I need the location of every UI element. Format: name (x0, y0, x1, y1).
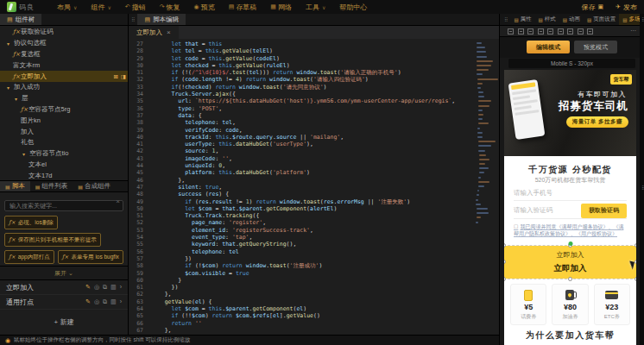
menubar-item-帮助中心[interactable]: 帮助中心 (332, 3, 374, 12)
close-icon[interactable]: × (167, 28, 171, 36)
tree-item[interactable]: ▾ 空容器节点tio (0, 148, 128, 160)
right-tab-属性[interactable]: ▤ 属性 (510, 14, 534, 25)
distribute-v-icon[interactable] (578, 28, 584, 34)
script-row[interactable]: 通用打点 ✎ ◎ ⧉ ▥ › (0, 295, 128, 310)
code-area[interactable]: 27 let that = this 28 let tel = this.get… (129, 39, 499, 335)
expand-button[interactable]: 展开 ⌄ (0, 266, 128, 280)
resize-handle[interactable] (504, 277, 506, 281)
script-chip[interactable]: ƒ× 表单专用 ios bugfix (58, 250, 123, 264)
publish-button[interactable]: ✈ 发布 (616, 3, 637, 12)
align-center-h-icon[interactable] (518, 28, 524, 34)
menubar-item-undo[interactable]: ↶ 撤销 (118, 3, 153, 12)
eye-icon[interactable]: ◎ (94, 284, 99, 291)
menubar-item-redo[interactable]: ↷ 恢复 (153, 3, 187, 12)
delete-icon[interactable]: ▥ (110, 284, 117, 291)
script-chip[interactable]: ƒ× 必现、ios删除 (4, 216, 58, 229)
tab-script-editor[interactable]: ▤ 脚本编辑 (137, 14, 186, 25)
menubar-item-组件[interactable]: 组件 ∨ (84, 3, 117, 12)
checkbox-icon[interactable]: ☐ (514, 224, 518, 229)
tree-item[interactable]: 文本el (0, 160, 128, 171)
distribute-h-icon[interactable] (567, 28, 573, 34)
group-align-icon[interactable] (587, 28, 593, 34)
edit-mode-button[interactable]: 编辑模式 (527, 41, 570, 53)
lock-icon[interactable]: ⊠ (113, 73, 117, 80)
script-chip[interactable]: ƒ× 保存图片到手机相册不兼容提示 (4, 233, 101, 247)
selection-anchor-dot[interactable] (568, 242, 572, 246)
coupon-card[interactable]: ¥80 加油券 (552, 284, 588, 325)
tree-item[interactable]: 礼包 (0, 137, 128, 148)
align-left-icon[interactable] (508, 28, 514, 34)
selected-join-block[interactable]: 立即加入 立即加入 (504, 246, 636, 279)
edit-icon[interactable]: ✎ (85, 284, 91, 291)
copy-icon[interactable]: ⧉ (103, 298, 107, 305)
script-panel-tab-组件列表[interactable]: ▤ 组件列表 (30, 181, 73, 191)
tree-item[interactable]: 图片kn (0, 115, 128, 126)
resize-handle[interactable] (635, 277, 636, 281)
tree-item[interactable]: ƒ× 复选框 (0, 49, 128, 60)
tree-item[interactable]: ƒ× 空容器节点5rg (0, 104, 128, 116)
chevron-right-icon[interactable]: › (120, 298, 122, 305)
tree-item[interactable]: ƒ× 获取验证码 (0, 27, 128, 38)
script-row[interactable]: 立即加入 ✎ ◎ ⧉ ▥ › (0, 280, 128, 295)
align-middle-icon[interactable] (547, 28, 553, 34)
edit-icon[interactable]: ✎ (85, 298, 91, 305)
preview-mode-button[interactable]: 预览模式 (574, 41, 617, 53)
drag-handle-icon[interactable]: ⠿ (639, 16, 644, 22)
tree-item[interactable]: 加入 (0, 126, 128, 137)
line-number: 61 (129, 284, 151, 291)
chevron-down-icon[interactable]: ▾ (13, 96, 19, 102)
right-tab-样式[interactable]: ▤ 样式 (535, 14, 559, 25)
right-tab-动画[interactable]: ▤ 动画 (559, 14, 584, 25)
phone-number-field[interactable]: 请输入手机号 (514, 186, 627, 201)
coupon-card[interactable]: ¥23 ETC券 (594, 284, 630, 325)
tree-item[interactable]: 富文本rm (0, 60, 128, 71)
tree-item[interactable]: ▾ 协议勾选框 (0, 38, 128, 49)
drag-handle-icon[interactable]: ⠿ (129, 14, 137, 25)
script-chip[interactable]: ƒ× app内部打点 (4, 250, 54, 264)
clear-search-icon[interactable]: × (116, 198, 120, 205)
editor-file-tab[interactable]: 立即加入 × (129, 26, 179, 39)
menubar-item-布局[interactable]: 布局 ∨ (50, 3, 84, 12)
device-size-selector[interactable]: Mobile S - 320px (508, 59, 635, 68)
chevron-down-icon[interactable]: ▾ (21, 151, 27, 157)
verify-code-field[interactable]: 请输入验证码 (514, 206, 581, 215)
align-right-icon[interactable] (527, 28, 534, 34)
script-panel-tab-合成组件[interactable]: ▤ 合成组件 (73, 181, 116, 191)
editor-minimap[interactable] (474, 42, 496, 226)
drag-handle-icon[interactable]: ⠿ (502, 14, 510, 25)
visibility-icon[interactable]: ◨ (121, 73, 126, 80)
script-panel-tab-脚本[interactable]: ▤ 脚本 (0, 181, 30, 191)
tree-item[interactable]: 文本17d (0, 170, 128, 180)
search-input[interactable] (4, 200, 123, 211)
align-top-icon[interactable] (538, 28, 544, 34)
coupon-card[interactable]: ¥5 话费券 (510, 284, 546, 325)
copy-icon[interactable]: ⧉ (103, 284, 107, 291)
right-tab-页面设置[interactable]: ▤ 页面设置 (584, 14, 619, 25)
tree-item[interactable]: ƒ× 立即加入 ⊠ ◨ (0, 71, 128, 82)
chevron-down-icon[interactable]: ▾ (5, 85, 11, 91)
chevron-down-icon[interactable]: ▾ (5, 41, 11, 47)
tree-item[interactable]: ▾ 加入成功 (0, 82, 128, 93)
save-button[interactable]: 保存 ▣ (582, 3, 604, 12)
tree-item[interactable]: ▾ 层 (0, 93, 128, 104)
agreement-text[interactable]: ☐我已阅读并同意《满帮用户服务协议》、《满帮用户隐私权政策协议》、《用户授权协议… (514, 224, 628, 237)
menubar-item-network[interactable]: ▦ 网络 (263, 3, 299, 12)
more-tools-icon[interactable]: ⋯ (630, 28, 636, 34)
chevron-right-icon[interactable]: › (120, 284, 122, 291)
new-script-button[interactable]: + 新建 (0, 310, 128, 335)
resize-handle[interactable] (635, 260, 636, 264)
join-button[interactable]: 立即加入 (504, 260, 636, 274)
preview-canvas[interactable]: 货车帮 有车即可加入 招募货车司机 海量订单 多拉多赚 千万货源 分秒配货 52… (504, 70, 636, 345)
menubar-item-工具[interactable]: 工具 ∨ (299, 3, 332, 12)
get-code-button[interactable]: 获取验证码 (581, 204, 627, 218)
resize-handle[interactable] (635, 243, 636, 248)
drag-handle-icon[interactable]: ⠿ (639, 185, 644, 191)
eye-icon[interactable]: ◎ (94, 298, 99, 305)
hero-banner[interactable]: 货车帮 有车即可加入 招募货车司机 海量订单 多拉多赚 (504, 70, 636, 156)
delete-icon[interactable]: ▥ (110, 298, 117, 305)
tab-component-tree[interactable]: ▤ 组件树 (0, 14, 41, 25)
resize-handle[interactable] (568, 277, 572, 281)
align-bottom-icon[interactable] (558, 28, 564, 34)
menubar-item-preview[interactable]: ◉ 预览 (187, 3, 222, 12)
menubar-item-draft[interactable]: ▤ 存草稿 (222, 3, 264, 12)
